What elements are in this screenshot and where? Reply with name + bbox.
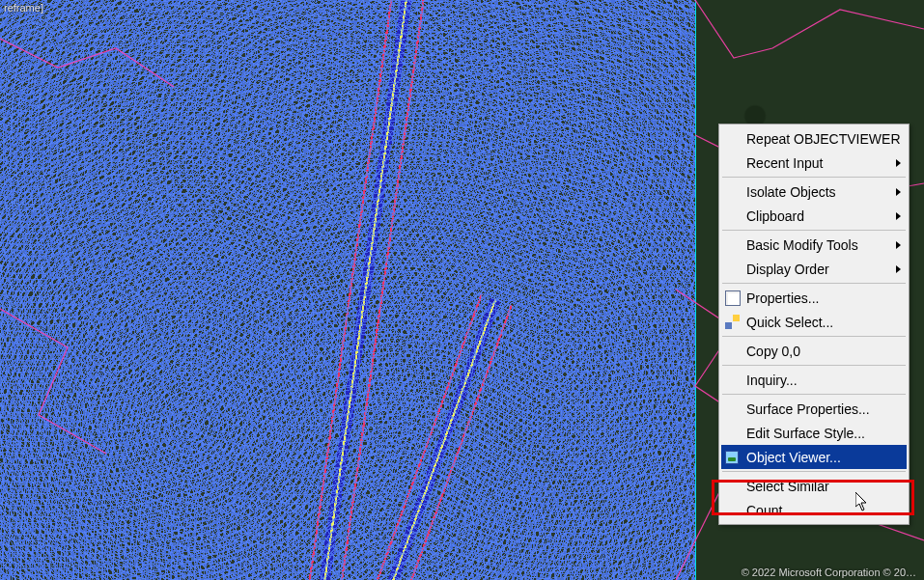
- object-viewer-icon: [725, 451, 739, 464]
- surface-contours: [0, 0, 696, 580]
- menu-object-viewer[interactable]: Object Viewer...: [721, 445, 907, 469]
- menu-label: Properties...: [746, 290, 819, 306]
- menu-label: Recent Input: [746, 155, 823, 171]
- menu-basic-modify-tools[interactable]: Basic Modify Tools: [721, 233, 907, 257]
- menu-label: Count: [746, 503, 782, 518]
- road-corridor: [214, 0, 518, 580]
- road-corridor: [268, 264, 601, 580]
- menu-recent-input[interactable]: Recent Input: [721, 151, 907, 175]
- properties-icon: [725, 290, 741, 306]
- menu-label: Repeat OBJECTVIEWER: [746, 131, 901, 147]
- menu-surface-properties[interactable]: Surface Properties...: [721, 397, 907, 421]
- menu-clipboard[interactable]: Clipboard: [721, 204, 907, 228]
- imagery-copyright: © 2022 Microsoft Corporation © 20…: [742, 566, 916, 578]
- menu-repeat-objectviewer[interactable]: Repeat OBJECTVIEWER: [721, 126, 907, 151]
- menu-separator: [722, 365, 906, 366]
- menu-quick-select[interactable]: Quick Select...: [721, 310, 907, 334]
- menu-label: Select Similar: [746, 479, 829, 494]
- chevron-right-icon: [896, 188, 901, 196]
- menu-label: Surface Properties...: [746, 401, 870, 417]
- menu-isolate-objects[interactable]: Isolate Objects: [721, 180, 907, 204]
- menu-label: Display Order: [746, 262, 829, 277]
- menu-label: Copy 0,0: [746, 344, 800, 359]
- menu-separator: [722, 283, 906, 284]
- menu-properties[interactable]: Properties...: [721, 286, 907, 310]
- viewport-label: reframe]: [4, 2, 43, 14]
- menu-separator: [722, 471, 906, 472]
- menu-label: Clipboard: [746, 208, 804, 224]
- menu-label: Isolate Objects: [746, 184, 836, 200]
- menu-separator: [722, 230, 906, 231]
- chevron-right-icon: [896, 212, 901, 220]
- menu-label: Object Viewer...: [746, 450, 841, 465]
- chevron-right-icon: [896, 265, 901, 273]
- quick-select-icon: [725, 315, 741, 330]
- menu-edit-surface-style[interactable]: Edit Surface Style...: [721, 421, 907, 445]
- menu-copy-00[interactable]: Copy 0,0: [721, 339, 907, 363]
- menu-count[interactable]: Count: [721, 498, 907, 522]
- menu-label: Inquiry...: [746, 373, 798, 388]
- menu-label: Quick Select...: [746, 315, 833, 330]
- menu-inquiry[interactable]: Inquiry...: [721, 368, 907, 392]
- menu-label: Edit Surface Style...: [746, 426, 865, 441]
- menu-select-similar[interactable]: Select Similar: [721, 474, 907, 498]
- menu-separator: [722, 394, 906, 395]
- chevron-right-icon: [896, 159, 901, 167]
- menu-display-order[interactable]: Display Order: [721, 257, 907, 281]
- chevron-right-icon: [896, 241, 901, 249]
- menu-label: Basic Modify Tools: [746, 237, 858, 253]
- context-menu: Repeat OBJECTVIEWER Recent Input Isolate…: [718, 124, 910, 525]
- menu-separator: [722, 177, 906, 178]
- menu-separator: [722, 336, 906, 337]
